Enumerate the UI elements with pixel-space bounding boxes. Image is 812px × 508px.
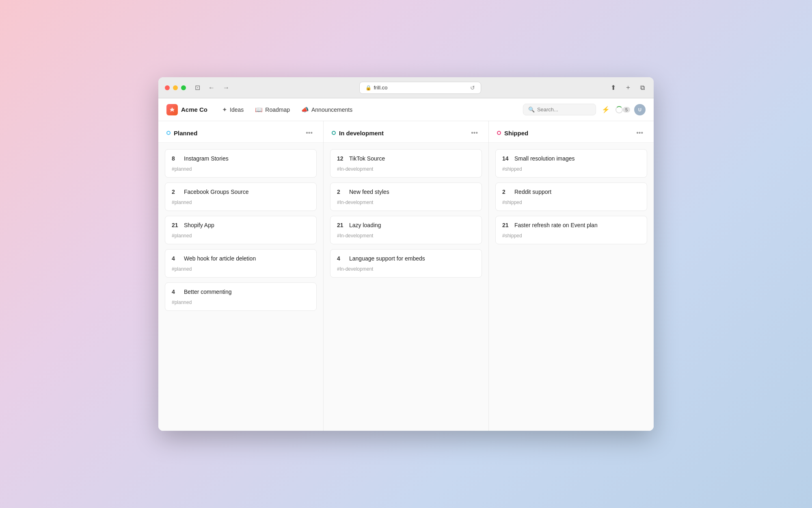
flash-button[interactable]: ⚡ bbox=[600, 104, 611, 115]
card-tag: #planned bbox=[172, 300, 192, 305]
card-instagram-stories[interactable]: 8 Instagram Stories #planned bbox=[165, 149, 317, 178]
logo-name: Acme Co bbox=[181, 106, 207, 113]
card-title: Instagram Stories bbox=[184, 155, 229, 162]
card-header: 14 Small resolution images bbox=[502, 155, 640, 162]
column-cards-in-development: 12 TikTok Source #In-development 2 New f… bbox=[324, 143, 488, 431]
roadmap-icon: 📖 bbox=[255, 106, 263, 113]
card-title: Reddit support bbox=[514, 189, 551, 195]
traffic-lights bbox=[165, 85, 186, 90]
column-menu-shipped[interactable]: ••• bbox=[634, 128, 646, 137]
nav-label-announcements: Announcements bbox=[311, 106, 352, 113]
avatar[interactable]: U bbox=[634, 104, 646, 115]
card-header: 2 Reddit support bbox=[502, 189, 640, 195]
card-header: 21 Lazy loading bbox=[337, 222, 475, 228]
minimize-button[interactable] bbox=[173, 85, 178, 90]
card-header: 21 Faster refresh rate on Event plan bbox=[502, 222, 640, 228]
card-language-support[interactable]: 4 Language support for embeds #In-develo… bbox=[330, 249, 482, 278]
tabs-button[interactable]: ⧉ bbox=[638, 82, 647, 93]
ideas-icon: ✦ bbox=[222, 106, 227, 113]
column-cards-planned: 8 Instagram Stories #planned 2 Facebook … bbox=[158, 143, 323, 431]
card-header: 8 Instagram Stories bbox=[172, 155, 310, 162]
card-header: 2 New feed styles bbox=[337, 189, 475, 195]
app-header: Acme Co ✦ Ideas 📖 Roadmap 📣 Announcement… bbox=[158, 98, 654, 121]
card-header: 4 Language support for embeds bbox=[337, 255, 475, 262]
announcements-icon: 📣 bbox=[301, 106, 309, 113]
card-reddit-support[interactable]: 2 Reddit support #shipped bbox=[495, 182, 647, 211]
column-shipped: Shipped ••• 14 Small resolution images #… bbox=[489, 121, 654, 431]
card-title: Language support for embeds bbox=[349, 255, 425, 262]
status-dot-planned bbox=[166, 131, 171, 135]
search-icon: 🔍 bbox=[528, 106, 535, 113]
sidebar-toggle-button[interactable]: ⊡ bbox=[192, 82, 203, 93]
address-bar-container: 🔒 frill.co ↺ bbox=[237, 82, 603, 94]
share-button[interactable]: ⬆ bbox=[608, 82, 618, 93]
card-title: New feed styles bbox=[349, 189, 389, 195]
card-tag: #In-development bbox=[337, 233, 373, 239]
card-tag: #In-development bbox=[337, 200, 373, 205]
card-tiktok-source[interactable]: 12 TikTok Source #In-development bbox=[330, 149, 482, 178]
nav-label-roadmap: Roadmap bbox=[265, 106, 290, 113]
card-new-feed-styles[interactable]: 2 New feed styles #In-development bbox=[330, 182, 482, 211]
search-bar[interactable]: 🔍 bbox=[523, 104, 596, 115]
card-web-hook[interactable]: 4 Web hook for article deletion #planned bbox=[165, 249, 317, 278]
nav-item-roadmap[interactable]: 📖 Roadmap bbox=[250, 104, 295, 116]
card-title: Lazy loading bbox=[349, 222, 381, 228]
card-count: 8 bbox=[172, 155, 180, 162]
nav-item-announcements[interactable]: 📣 Announcements bbox=[296, 104, 357, 116]
column-title-in-development: In development bbox=[339, 130, 465, 137]
badge-count: 5 bbox=[623, 107, 630, 113]
nav-items: ✦ Ideas 📖 Roadmap 📣 Announcements bbox=[217, 104, 523, 116]
card-title: Web hook for article deletion bbox=[184, 255, 256, 262]
search-input[interactable] bbox=[537, 106, 591, 113]
notification-badge[interactable]: 5 bbox=[615, 106, 630, 113]
app-content: Planned ••• 8 Instagram Stories #planned… bbox=[158, 121, 654, 431]
card-small-resolution[interactable]: 14 Small resolution images #shipped bbox=[495, 149, 647, 178]
card-header: 4 Better commenting bbox=[172, 289, 310, 295]
card-faster-refresh[interactable]: 21 Faster refresh rate on Event plan #sh… bbox=[495, 216, 647, 244]
column-menu-in-development[interactable]: ••• bbox=[469, 128, 480, 137]
card-tag: #In-development bbox=[337, 166, 373, 172]
browser-toolbar-right: ⬆ ＋ ⧉ bbox=[608, 82, 647, 93]
forward-button[interactable]: → bbox=[220, 82, 232, 93]
nav-item-ideas[interactable]: ✦ Ideas bbox=[217, 104, 248, 116]
maximize-button[interactable] bbox=[181, 85, 186, 90]
card-title: Shopify App bbox=[184, 222, 214, 228]
card-header: 21 Shopify App bbox=[172, 222, 310, 228]
card-header: 2 Facebook Groups Source bbox=[172, 189, 310, 195]
card-tag: #shipped bbox=[502, 166, 522, 172]
column-header-in-development: In development ••• bbox=[324, 121, 488, 143]
card-title: TikTok Source bbox=[349, 155, 385, 162]
column-title-shipped: Shipped bbox=[504, 130, 631, 137]
app-logo[interactable]: Acme Co bbox=[166, 104, 207, 115]
lock-icon: 🔒 bbox=[365, 85, 371, 91]
card-title: Better commenting bbox=[184, 289, 232, 295]
url-text: frill.co bbox=[374, 85, 388, 91]
card-facebook-groups[interactable]: 2 Facebook Groups Source #planned bbox=[165, 182, 317, 211]
card-count: 2 bbox=[172, 189, 180, 195]
new-tab-button[interactable]: ＋ bbox=[622, 82, 634, 93]
loading-spinner bbox=[615, 106, 623, 113]
kanban-board: Planned ••• 8 Instagram Stories #planned… bbox=[158, 121, 654, 431]
card-lazy-loading[interactable]: 21 Lazy loading #In-development bbox=[330, 216, 482, 244]
nav-label-ideas: Ideas bbox=[230, 106, 244, 113]
close-button[interactable] bbox=[165, 85, 170, 90]
card-better-commenting[interactable]: 4 Better commenting #planned bbox=[165, 282, 317, 311]
address-bar[interactable]: 🔒 frill.co ↺ bbox=[359, 82, 481, 94]
column-planned: Planned ••• 8 Instagram Stories #planned… bbox=[158, 121, 324, 431]
card-count: 21 bbox=[172, 222, 180, 228]
refresh-button[interactable]: ↺ bbox=[470, 85, 475, 91]
card-count: 2 bbox=[502, 189, 510, 195]
card-tag: #shipped bbox=[502, 233, 522, 239]
card-count: 4 bbox=[172, 255, 180, 262]
card-count: 4 bbox=[172, 289, 180, 295]
card-count: 21 bbox=[502, 222, 510, 228]
card-shopify-app[interactable]: 21 Shopify App #planned bbox=[165, 216, 317, 244]
column-menu-planned[interactable]: ••• bbox=[303, 128, 315, 137]
column-title-planned: Planned bbox=[174, 130, 300, 137]
back-button[interactable]: ← bbox=[206, 82, 217, 93]
column-header-planned: Planned ••• bbox=[158, 121, 323, 143]
browser-window: ⊡ ← → 🔒 frill.co ↺ ⬆ ＋ ⧉ Acme Co bbox=[158, 77, 654, 431]
card-count: 14 bbox=[502, 155, 510, 162]
card-title: Small resolution images bbox=[514, 155, 575, 162]
browser-nav-actions: ⊡ ← → bbox=[192, 82, 232, 93]
